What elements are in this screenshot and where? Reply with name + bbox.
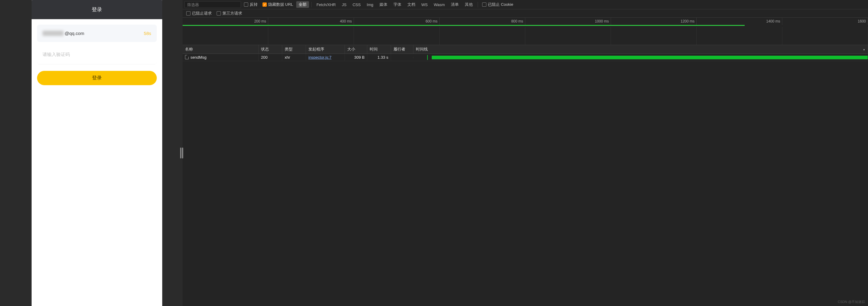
col-waterfall[interactable]: 时间线	[413, 45, 868, 54]
invert-checkbox[interactable]: 反转	[242, 2, 259, 7]
col-status[interactable]: 状态	[258, 45, 282, 54]
blocked-cookie-checkbox[interactable]: 已阻止 Cookie	[480, 2, 515, 7]
checkbox-checked-icon: ✓	[262, 2, 267, 7]
ruler-tick: 400 ms	[268, 18, 354, 25]
table-body: sendMsg200xhrinspector.js:7309 B1.33 s	[183, 54, 868, 306]
type-filter-js[interactable]: JS	[339, 2, 349, 8]
third-party-label: 第三方请求	[222, 11, 242, 16]
code-input-wrap	[37, 47, 157, 64]
checkbox-icon	[482, 2, 487, 7]
code-input[interactable]	[42, 52, 151, 57]
cell-time: 1.33 s	[367, 54, 391, 60]
cell-waterfall	[413, 54, 868, 61]
type-filter-img[interactable]: Img	[364, 2, 376, 8]
ruler-tick: 1400 ms	[696, 18, 782, 25]
timeline-overview[interactable]: 200 ms 400 ms 600 ms 800 ms 1000 ms 1200…	[183, 18, 868, 45]
countdown-timer: 58s	[144, 31, 151, 36]
waterfall-bar	[432, 56, 868, 59]
table-header: 名称 状态 类型 发起程序 大小 时间 履行者 时间线	[183, 45, 868, 54]
checkbox-icon	[244, 2, 248, 7]
type-filter-all[interactable]: 全部	[296, 1, 309, 8]
devtools-toolbar: 反转 ✓ 隐藏数据 URL 全部 Fetch/XHR JS CSS Img 媒体…	[183, 0, 868, 9]
email-domain: @qq.com	[65, 31, 84, 36]
split-handle[interactable]	[181, 0, 183, 306]
col-name[interactable]: 名称	[183, 45, 258, 54]
login-button[interactable]: 登录	[37, 71, 157, 85]
network-table: 名称 状态 类型 发起程序 大小 时间 履行者 时间线 sendMsg200xh…	[183, 45, 868, 306]
ruler-tick: 1000 ms	[525, 18, 611, 25]
devtools-panel: 反转 ✓ 隐藏数据 URL 全部 Fetch/XHR JS CSS Img 媒体…	[183, 0, 868, 306]
col-time[interactable]: 时间	[367, 45, 391, 54]
table-row[interactable]: sendMsg200xhrinspector.js:7309 B1.33 s	[183, 54, 868, 61]
cell-type: xhr	[282, 54, 306, 60]
file-icon	[185, 55, 189, 59]
col-fulfilled[interactable]: 履行者	[391, 45, 413, 54]
checkbox-icon	[217, 11, 221, 16]
hide-data-urls-label: 隐藏数据 URL	[268, 2, 293, 7]
mobile-device: 登录 ········ @qq.com 58s 登录	[32, 0, 162, 306]
cell-status: 200	[258, 54, 282, 60]
cell-name: sendMsg	[183, 54, 258, 60]
page-title: 登录	[32, 0, 162, 19]
type-filter-fetch[interactable]: Fetch/XHR	[314, 2, 338, 8]
cell-size: 309 B	[345, 54, 367, 60]
login-form: ········ @qq.com 58s 登录	[32, 19, 162, 306]
type-filter-css[interactable]: CSS	[350, 2, 363, 8]
separator	[311, 2, 312, 7]
separator	[477, 2, 478, 7]
overview-bar	[183, 25, 745, 26]
col-size[interactable]: 大小	[345, 45, 367, 54]
type-filter-ws[interactable]: WS	[419, 2, 430, 8]
ruler-tick: 1600	[782, 18, 868, 25]
third-party-checkbox[interactable]: 第三方请求	[215, 11, 244, 16]
email-display: ········ @qq.com	[42, 31, 85, 36]
timeline-ruler: 200 ms 400 ms 600 ms 800 ms 1000 ms 1200…	[183, 18, 868, 25]
email-card: ········ @qq.com 58s	[37, 25, 157, 42]
type-filter-media[interactable]: 媒体	[377, 1, 390, 8]
email-masked-part: ········	[42, 31, 63, 36]
ruler-tick: 200 ms	[183, 18, 268, 25]
type-filter-wasm[interactable]: Wasm	[431, 2, 447, 8]
devtools-toolbar-secondary: 已阻止请求 第三方请求	[183, 9, 868, 18]
col-initiator[interactable]: 发起程序	[306, 45, 345, 54]
type-filter-font[interactable]: 字体	[391, 1, 404, 8]
type-filter-doc[interactable]: 文档	[405, 1, 418, 8]
type-filter-manifest[interactable]: 清单	[448, 1, 461, 8]
blocked-requests-checkbox[interactable]: 已阻止请求	[184, 11, 214, 16]
type-filter-other[interactable]: 其他	[462, 1, 475, 8]
ruler-tick: 1200 ms	[611, 18, 696, 25]
blocked-cookie-label: 已阻止 Cookie	[488, 2, 513, 7]
ruler-tick: 800 ms	[440, 18, 525, 25]
cell-initiator[interactable]: inspector.js:7	[306, 54, 345, 60]
blocked-requests-label: 已阻止请求	[192, 11, 212, 16]
filter-input[interactable]	[184, 1, 241, 8]
mobile-preview-pane: 登录 ········ @qq.com 58s 登录	[0, 0, 181, 306]
checkbox-icon	[186, 11, 190, 16]
cell-fulfilled	[391, 57, 413, 58]
col-type[interactable]: 类型	[282, 45, 306, 54]
app-root: 登录 ········ @qq.com 58s 登录	[0, 0, 868, 306]
hide-data-urls-checkbox[interactable]: ✓ 隐藏数据 URL	[261, 2, 295, 7]
ruler-tick: 600 ms	[354, 18, 440, 25]
invert-label: 反转	[250, 2, 258, 7]
